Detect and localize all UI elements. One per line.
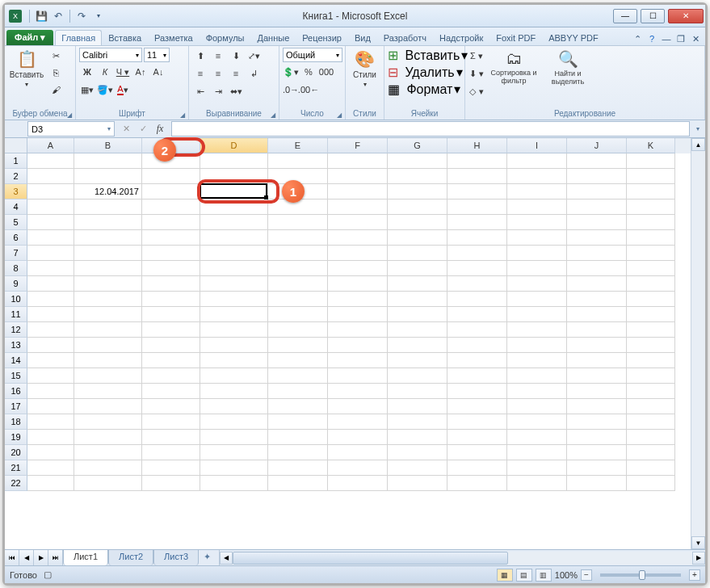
cell[interactable]: [507, 215, 567, 230]
cell[interactable]: [627, 414, 675, 430]
cell[interactable]: [200, 153, 268, 169]
zoom-in-button[interactable]: +: [689, 569, 700, 581]
cell[interactable]: [567, 230, 627, 246]
column-header[interactable]: H: [447, 138, 507, 153]
cell[interactable]: [627, 384, 675, 399]
cell[interactable]: [27, 368, 74, 384]
cell[interactable]: [507, 476, 567, 491]
cell[interactable]: [388, 338, 447, 353]
cell[interactable]: [567, 445, 627, 460]
tab-data[interactable]: Данные: [251, 30, 296, 45]
cell[interactable]: [627, 338, 675, 353]
row-header[interactable]: 11: [5, 307, 27, 322]
cell[interactable]: [74, 322, 142, 338]
cell[interactable]: [447, 169, 507, 184]
cell[interactable]: [142, 368, 200, 384]
sheet-tab-2[interactable]: Лист2: [108, 549, 153, 565]
cell[interactable]: [567, 246, 627, 261]
cell[interactable]: [328, 200, 388, 215]
fill-button[interactable]: ⬇ ▾: [468, 65, 485, 82]
cell[interactable]: [627, 230, 675, 246]
cell[interactable]: [567, 200, 627, 215]
macro-record-icon[interactable]: ▢: [44, 569, 52, 580]
increase-font-button[interactable]: A↑: [132, 64, 149, 80]
cell[interactable]: [27, 169, 74, 184]
cell[interactable]: [200, 184, 268, 200]
column-header[interactable]: J: [567, 138, 627, 153]
cell[interactable]: [388, 261, 447, 276]
cell[interactable]: [388, 246, 447, 261]
page-break-view-button[interactable]: ▥: [536, 569, 552, 582]
cell[interactable]: [328, 430, 388, 445]
cell[interactable]: [27, 215, 74, 230]
hscroll-thumb[interactable]: [233, 552, 508, 565]
tab-abbyy[interactable]: ABBYY PDF: [542, 30, 605, 45]
scroll-left-button[interactable]: ◀: [220, 552, 233, 565]
cell[interactable]: [200, 246, 268, 261]
cell[interactable]: [268, 338, 328, 353]
cell[interactable]: [567, 261, 627, 276]
delete-cells-button[interactable]: ⊟ Удалить ▾: [388, 65, 463, 80]
scroll-right-button[interactable]: ▶: [692, 552, 705, 565]
cell[interactable]: [74, 384, 142, 399]
cell[interactable]: [200, 460, 268, 476]
percent-button[interactable]: %: [300, 64, 317, 80]
cell[interactable]: [507, 200, 567, 215]
cancel-formula-button[interactable]: ✕: [119, 122, 133, 136]
cell[interactable]: [447, 292, 507, 307]
cell[interactable]: [627, 399, 675, 414]
cell[interactable]: [328, 476, 388, 491]
select-all-corner[interactable]: [5, 138, 27, 153]
formula-input[interactable]: [171, 121, 690, 136]
cell[interactable]: [388, 307, 447, 322]
cell[interactable]: [268, 230, 328, 246]
cell[interactable]: [447, 246, 507, 261]
cell[interactable]: [200, 353, 268, 368]
align-center-button[interactable]: ≡: [210, 65, 226, 82]
cell[interactable]: [142, 200, 200, 215]
row-header[interactable]: 10: [5, 292, 27, 307]
cell[interactable]: [268, 246, 328, 261]
row-header[interactable]: 21: [5, 460, 27, 476]
font-name-combo[interactable]: Calibri▾: [79, 48, 142, 62]
cell[interactable]: [567, 184, 627, 200]
cell[interactable]: [74, 460, 142, 476]
row-header[interactable]: 7: [5, 246, 27, 261]
decrease-decimal-button[interactable]: .00←: [300, 82, 317, 98]
page-layout-view-button[interactable]: ▤: [516, 569, 532, 582]
cell[interactable]: [268, 292, 328, 307]
cell[interactable]: [268, 384, 328, 399]
cell[interactable]: [388, 460, 447, 476]
cell[interactable]: [74, 307, 142, 322]
doc-close[interactable]: ✕: [689, 32, 702, 45]
cell[interactable]: [447, 200, 507, 215]
cell[interactable]: [328, 307, 388, 322]
cell[interactable]: [388, 353, 447, 368]
cell[interactable]: [328, 261, 388, 276]
cell[interactable]: [200, 307, 268, 322]
cell[interactable]: [27, 430, 74, 445]
font-color-button[interactable]: А▾: [115, 82, 131, 98]
row-header[interactable]: 13: [5, 338, 27, 353]
cell[interactable]: 12.04.2017: [74, 184, 142, 200]
cell[interactable]: [200, 276, 268, 292]
cell[interactable]: [447, 460, 507, 476]
cell[interactable]: [388, 384, 447, 399]
row-header[interactable]: 17: [5, 399, 27, 414]
cell[interactable]: [388, 184, 447, 200]
cell[interactable]: [567, 307, 627, 322]
column-header[interactable]: A: [27, 138, 74, 153]
cell[interactable]: [328, 338, 388, 353]
currency-button[interactable]: 💲▾: [283, 64, 299, 80]
insert-cells-button[interactable]: ⊞ Вставить ▾: [388, 48, 468, 63]
cell[interactable]: [200, 261, 268, 276]
insert-function-button[interactable]: fx: [153, 122, 167, 136]
cell[interactable]: [567, 276, 627, 292]
cell[interactable]: [27, 414, 74, 430]
cell[interactable]: [627, 261, 675, 276]
cell[interactable]: [447, 445, 507, 460]
cell[interactable]: [328, 184, 388, 200]
file-tab[interactable]: Файл ▾: [6, 30, 53, 45]
cell[interactable]: [268, 184, 328, 200]
close-button[interactable]: ✕: [668, 9, 704, 23]
